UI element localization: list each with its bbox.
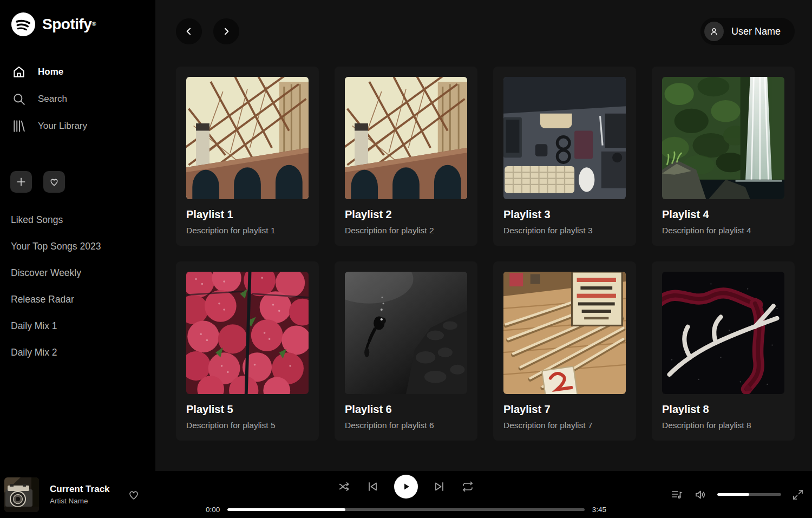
playlist-description: Description for playlist 7	[503, 421, 626, 430]
playlist-cover-art	[186, 77, 309, 199]
spotify-logo-icon	[11, 12, 36, 37]
sidebar-item-label: Your Library	[38, 121, 87, 132]
progress-row: 0:00 3:45	[206, 506, 606, 514]
playlist-link[interactable]: Daily Mix 1	[11, 313, 145, 339]
liked-songs-button[interactable]	[43, 171, 65, 193]
repeat-button[interactable]	[461, 480, 474, 493]
progress-fill	[227, 508, 345, 511]
previous-track-button[interactable]	[366, 480, 379, 493]
queue-button[interactable]	[671, 488, 684, 501]
player-right-controls	[671, 488, 804, 501]
sidebar-nav: Home Search Your Library	[0, 58, 155, 140]
forward-button[interactable]	[213, 18, 239, 44]
playlist-card-1[interactable]: Playlist 1 Description for playlist 1	[176, 67, 319, 246]
sidebar: Spotify® Home Search	[0, 0, 155, 471]
volume-icon	[694, 488, 707, 501]
create-playlist-button[interactable]	[10, 171, 32, 193]
playlist-title: Playlist 2	[345, 208, 467, 221]
main-content: User Name	[155, 0, 812, 471]
chevron-right-icon	[221, 26, 232, 37]
play-button[interactable]	[394, 475, 418, 499]
person-icon	[709, 26, 719, 37]
playlist-card-8[interactable]: Playlist 8 Description for playlist 8	[652, 261, 795, 441]
player-center: 0:00 3:45	[206, 475, 606, 514]
playlist-cover-art	[503, 272, 626, 394]
like-track-button[interactable]	[127, 488, 140, 501]
playlist-title: Playlist 4	[662, 208, 784, 221]
shuffle-button[interactable]	[338, 480, 351, 493]
sidebar-item-search[interactable]: Search	[0, 86, 155, 113]
playlist-description: Description for playlist 3	[503, 226, 626, 235]
sidebar-item-your-library[interactable]: Your Library	[0, 113, 155, 140]
playlist-card-3[interactable]: Playlist 3 Description for playlist 3	[493, 67, 636, 246]
playlist-card-4[interactable]: Playlist 4 Description for playlist 4	[652, 67, 795, 246]
topbar: User Name	[176, 18, 795, 45]
shuffle-icon	[338, 480, 351, 493]
avatar	[704, 22, 724, 41]
spotify-logo[interactable]: Spotify®	[0, 12, 155, 37]
playlist-title: Playlist 7	[503, 403, 626, 416]
previous-icon	[366, 480, 379, 493]
playlist-card-5[interactable]: Playlist 5 Description for playlist 5	[176, 261, 319, 441]
playlist-title: Playlist 3	[503, 208, 626, 221]
user-menu-button[interactable]: User Name	[700, 18, 795, 45]
sidebar-item-label: Search	[38, 94, 67, 104]
chevron-left-icon	[184, 26, 194, 37]
forest-waterfall-art	[662, 77, 784, 199]
now-playing: Current Track Artist Name	[4, 477, 140, 512]
track-meta: Current Track Artist Name	[50, 484, 110, 505]
back-button[interactable]	[176, 18, 202, 44]
next-track-button[interactable]	[433, 480, 446, 493]
playlist-title: Playlist 8	[662, 403, 784, 416]
playlist-description: Description for playlist 6	[345, 421, 467, 430]
playlist-link[interactable]: Release Radar	[11, 286, 145, 313]
body-row: Spotify® Home Search	[0, 0, 812, 471]
desk-flatlay-art	[503, 77, 626, 199]
playlist-description: Description for playlist 8	[662, 421, 784, 430]
playlist-link[interactable]: Daily Mix 2	[11, 339, 145, 366]
spotify-app: Spotify® Home Search	[0, 0, 812, 518]
volume-button[interactable]	[694, 488, 707, 501]
current-track-artist: Artist Name	[50, 497, 110, 505]
steel-bridge-truss-art	[345, 77, 467, 199]
fullscreen-button[interactable]	[791, 488, 804, 501]
playlist-description: Description for playlist 2	[345, 226, 467, 235]
duration-time: 3:45	[592, 506, 606, 514]
repeat-icon	[461, 480, 474, 493]
volume-fill	[717, 493, 749, 496]
sidebar-item-home[interactable]: Home	[0, 58, 155, 86]
progress-bar[interactable]	[227, 508, 584, 511]
playlist-card-7[interactable]: Playlist 7 Description for playlist 7	[493, 261, 636, 441]
playlist-title: Playlist 1	[186, 208, 309, 221]
heart-icon	[49, 176, 60, 187]
search-icon	[12, 92, 26, 106]
user-name-label: User Name	[731, 26, 781, 37]
current-track-title: Current Track	[50, 484, 110, 495]
playlist-card-6[interactable]: Playlist 6 Description for playlist 6	[335, 261, 477, 441]
player-bar: Current Track Artist Name	[0, 471, 812, 518]
playlist-cover-art	[186, 272, 309, 394]
history-nav	[176, 18, 239, 44]
home-icon	[12, 65, 26, 79]
playlist-cover-art	[345, 272, 467, 394]
playlist-description: Description for playlist 5	[186, 421, 309, 430]
playlist-description: Description for playlist 1	[186, 226, 309, 235]
playlist-link[interactable]: Liked Songs	[11, 207, 145, 233]
elapsed-time: 0:00	[206, 506, 220, 514]
play-icon	[401, 481, 411, 492]
playlist-cover-art	[662, 272, 784, 394]
playlist-description: Description for playlist 4	[662, 226, 784, 235]
current-track-art	[4, 477, 39, 512]
playback-controls	[338, 475, 474, 499]
steel-bridge-truss-art	[186, 77, 309, 199]
playlist-link[interactable]: Your Top Songs 2023	[11, 233, 145, 260]
queue-icon	[671, 488, 684, 501]
playlist-card-2[interactable]: Playlist 2 Description for playlist 2	[335, 67, 477, 246]
playlist-link[interactable]: Discover Weekly	[11, 260, 145, 286]
vintage-camera-art	[4, 477, 39, 512]
playlist-title: Playlist 6	[345, 403, 467, 416]
strawberries-art	[186, 272, 309, 394]
spotify-wordmark: Spotify®	[42, 16, 96, 33]
volume-slider[interactable]	[717, 493, 781, 496]
library-icon	[12, 119, 26, 133]
